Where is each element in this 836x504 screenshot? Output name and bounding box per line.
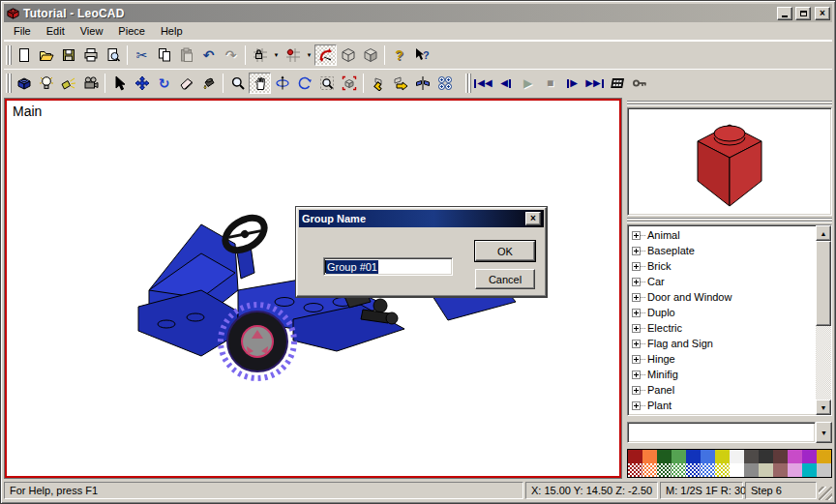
context-help-button[interactable]: ? <box>410 44 433 66</box>
resize-grip[interactable] <box>819 487 832 500</box>
tree-category-row[interactable]: Flag and Sign <box>632 336 816 351</box>
color-swatch[interactable] <box>759 463 773 477</box>
color-swatch[interactable] <box>686 450 701 463</box>
color-swatch[interactable] <box>642 450 657 463</box>
piece-next-button[interactable] <box>389 73 411 94</box>
grid-snap-dropdown[interactable]: ▼ <box>304 44 314 66</box>
color-swatch[interactable] <box>701 450 715 463</box>
cut-button[interactable]: ✂ <box>131 44 153 66</box>
color-swatch[interactable] <box>817 450 831 463</box>
paint-button[interactable] <box>197 73 220 94</box>
color-swatch[interactable] <box>730 463 744 477</box>
lock-snap-button[interactable] <box>249 44 271 66</box>
undo-button[interactable]: ↶ <box>197 44 220 66</box>
tree-category-row[interactable]: Brick <box>632 258 816 274</box>
erase-button[interactable] <box>175 73 197 94</box>
tree-category-row[interactable]: Hinge <box>632 351 816 367</box>
expand-plus-icon[interactable] <box>632 278 641 286</box>
zoom-region-button[interactable] <box>315 73 338 94</box>
color-swatch[interactable] <box>642 463 657 477</box>
rotate-button[interactable]: ↻ <box>153 73 175 94</box>
array-button[interactable] <box>433 73 456 94</box>
print-preview-button[interactable] <box>102 44 124 66</box>
tree-category-row[interactable]: Panel <box>632 382 816 398</box>
toolbar-gripper[interactable] <box>465 74 468 93</box>
color-swatch[interactable] <box>657 463 672 477</box>
color-swatch[interactable] <box>788 463 802 477</box>
add-key-button[interactable] <box>628 73 650 94</box>
last-step-button[interactable]: ▶▶ <box>583 73 606 94</box>
cancel-button[interactable]: Cancel <box>475 269 535 289</box>
color-swatch[interactable] <box>802 463 817 477</box>
menu-item[interactable]: View <box>73 23 111 39</box>
mirror-button[interactable] <box>411 73 433 94</box>
viewport[interactable]: Main <box>5 99 621 478</box>
wireframe-render-button[interactable] <box>337 44 359 66</box>
animation-button[interactable] <box>606 73 628 94</box>
tree-category-row[interactable]: Plant <box>632 398 816 413</box>
new-button[interactable] <box>13 44 35 66</box>
color-swatch[interactable] <box>715 463 730 477</box>
tree-category-row[interactable]: Minifig <box>632 367 816 382</box>
tree-category-row[interactable]: Animal <box>632 227 816 243</box>
close-button[interactable]: × <box>815 7 830 20</box>
color-swatch[interactable] <box>759 450 773 463</box>
color-swatch[interactable] <box>701 463 715 477</box>
tree-category-row[interactable]: Electric <box>632 320 816 336</box>
menu-item[interactable]: File <box>6 23 39 39</box>
expand-plus-icon[interactable] <box>632 355 641 364</box>
toolbar-gripper[interactable] <box>6 74 9 93</box>
color-swatch[interactable] <box>817 463 831 477</box>
scroll-thumb[interactable] <box>816 241 831 326</box>
minimize-button[interactable] <box>777 7 792 20</box>
redo-button[interactable]: ↷ <box>220 44 242 66</box>
rotate-view-button[interactable] <box>271 73 293 94</box>
pan-button[interactable] <box>249 73 271 94</box>
expand-plus-icon[interactable] <box>632 247 641 255</box>
select-button[interactable] <box>108 73 131 94</box>
color-swatch[interactable] <box>730 450 744 463</box>
expand-plus-icon[interactable] <box>632 371 641 379</box>
stop-button[interactable]: ■ <box>539 73 561 94</box>
color-swatch[interactable] <box>788 450 802 463</box>
print-button[interactable] <box>79 44 102 66</box>
angle-snap-button[interactable] <box>314 44 337 66</box>
tree-category-row[interactable]: Door and Window <box>632 289 816 305</box>
color-swatch[interactable] <box>628 450 642 463</box>
expand-plus-icon[interactable] <box>632 340 641 348</box>
help-button[interactable]: ? <box>388 44 410 66</box>
toolbar-gripper[interactable] <box>6 45 9 65</box>
tree-category-row[interactable]: Car <box>632 274 816 289</box>
scroll-up-button[interactable]: ▲ <box>816 225 831 241</box>
zoom-button[interactable] <box>226 73 249 94</box>
color-swatch[interactable] <box>657 450 672 463</box>
expand-plus-icon[interactable] <box>632 293 641 302</box>
expand-plus-icon[interactable] <box>632 324 641 333</box>
tree-scrollbar[interactable]: ▲ ▼ <box>816 225 831 415</box>
dialog-close-button[interactable]: × <box>525 212 541 225</box>
expand-plus-icon[interactable] <box>632 401 641 410</box>
move-button[interactable] <box>131 73 153 94</box>
paste-button[interactable] <box>175 44 197 66</box>
lock-snap-dropdown[interactable]: ▼ <box>271 44 282 66</box>
pieces-button[interactable] <box>13 73 35 94</box>
color-swatch[interactable] <box>686 463 701 477</box>
menu-item[interactable]: Edit <box>39 23 73 39</box>
menu-item[interactable]: Help <box>153 23 191 39</box>
color-swatch[interactable] <box>773 463 788 477</box>
roll-button[interactable] <box>293 73 315 94</box>
first-step-button[interactable]: ◀◀ <box>472 73 494 94</box>
menu-item[interactable]: Piece <box>110 23 153 39</box>
expand-plus-icon[interactable] <box>632 309 641 317</box>
combo-dropdown-button[interactable]: ▼ <box>816 422 832 443</box>
open-button[interactable] <box>35 44 57 66</box>
save-button[interactable] <box>57 44 79 66</box>
play-button[interactable]: ▶ <box>517 73 539 94</box>
color-swatch[interactable] <box>672 450 686 463</box>
expand-plus-icon[interactable] <box>632 262 641 271</box>
color-swatch[interactable] <box>744 450 759 463</box>
camera-button[interactable] <box>79 73 102 94</box>
tree-category-row[interactable]: Duplo <box>632 305 816 320</box>
expand-plus-icon[interactable] <box>632 231 641 240</box>
color-swatch[interactable] <box>773 450 788 463</box>
